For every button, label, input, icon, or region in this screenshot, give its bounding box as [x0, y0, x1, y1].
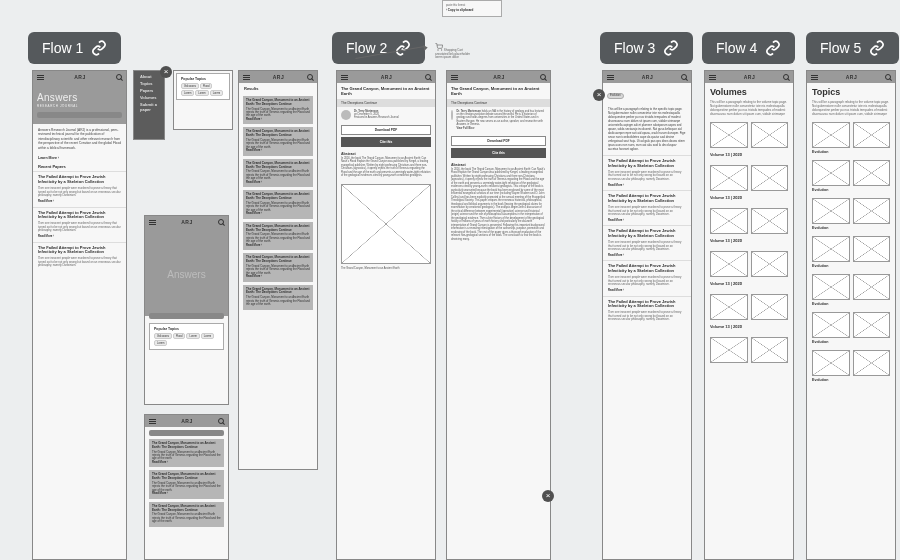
read-more[interactable]: Read More ›	[608, 254, 686, 258]
read-more[interactable]: Read More ›	[246, 149, 310, 152]
thumb[interactable]	[751, 251, 789, 277]
hamburger-icon[interactable]	[607, 75, 614, 80]
topic-label[interactable]: Evolution	[807, 340, 895, 348]
thumb[interactable]	[812, 122, 850, 148]
search-icon[interactable]	[783, 74, 789, 80]
chip[interactable]: Flood	[173, 333, 186, 339]
thumb[interactable]	[751, 294, 789, 320]
view-bio-link[interactable]: View Full Bio ▾	[456, 127, 546, 130]
paper-item[interactable]: The Failed Attempt to Prove Jewish Infec…	[603, 155, 691, 190]
result-item[interactable]: The Grand Canyon, Monument to an Ancient…	[243, 253, 313, 281]
read-more[interactable]: Read More ›	[608, 289, 686, 293]
paper-item[interactable]: The Failed Attempt to Prove Jewish Infec…	[603, 296, 691, 325]
volume-label[interactable]: Volume 13 | 2020	[705, 193, 793, 206]
logo[interactable]: ARJ	[381, 74, 393, 80]
thumb[interactable]	[853, 122, 891, 148]
search-icon[interactable]	[425, 74, 431, 80]
search-icon[interactable]	[307, 74, 313, 80]
close-icon[interactable]: ×	[160, 66, 172, 78]
read-more[interactable]: Read More ›	[246, 181, 310, 184]
paper-item[interactable]: The Failed Attempt to Prove Jewish Infec…	[33, 242, 126, 271]
result-item[interactable]: The Grand Canyon, Monument to an Ancient…	[243, 159, 313, 187]
search-icon[interactable]	[218, 418, 224, 424]
read-more[interactable]: Read More ›	[608, 184, 686, 188]
chip[interactable]: Lorem	[195, 90, 208, 96]
hamburger-icon[interactable]	[149, 419, 156, 424]
search-icon[interactable]	[540, 74, 546, 80]
paper-item[interactable]: The Failed Attempt to Prove Jewish Infec…	[603, 225, 691, 260]
thumb[interactable]	[853, 236, 891, 262]
result-item[interactable]: The Grand Canyon, Monument to an Ancient…	[243, 96, 313, 124]
logo[interactable]: ARJ	[273, 74, 285, 80]
topic-pill[interactable]: Evolution	[607, 93, 624, 99]
topic-label[interactable]: Evolution	[807, 302, 895, 310]
topic-label[interactable]: Evolution	[807, 264, 895, 272]
read-more[interactable]: Read More ›	[38, 200, 121, 204]
read-more[interactable]: Read More ›	[246, 244, 310, 247]
menu-item[interactable]: Topics	[140, 81, 158, 86]
result-item[interactable]: The Grand Canyon, Monument to an Ancient…	[243, 127, 313, 155]
hamburger-icon[interactable]	[811, 75, 818, 80]
flow-tab-4[interactable]: Flow 4	[702, 32, 795, 64]
chip[interactable]: Flood	[200, 83, 213, 89]
download-pdf-button[interactable]: Download PDF	[341, 125, 431, 135]
read-more[interactable]: Read More ›	[608, 219, 686, 223]
volume-label[interactable]: Volume 13 | 2020	[705, 279, 793, 292]
thumb[interactable]	[853, 198, 891, 224]
menu-item[interactable]: About	[140, 74, 158, 79]
result-item[interactable]: The Grand Canyon, Monument to an Ancient…	[243, 190, 313, 218]
thumb[interactable]	[710, 208, 748, 234]
volume-label[interactable]: Volume 13 | 2020	[705, 322, 793, 335]
download-pdf-button[interactable]: Download PDF	[451, 136, 546, 146]
paper-item[interactable]: The Failed Attempt to Prove Jewish Infec…	[603, 260, 691, 295]
search-field[interactable]	[149, 430, 224, 436]
cite-button[interactable]: Cite this	[451, 148, 546, 158]
hero-search[interactable]	[37, 112, 122, 118]
thumb[interactable]	[710, 294, 748, 320]
thumb[interactable]	[812, 312, 850, 338]
menu-item[interactable]: Papers	[140, 88, 158, 93]
thumb[interactable]	[812, 350, 850, 376]
logo[interactable]: ARJ	[642, 74, 654, 80]
hamburger-icon[interactable]	[243, 75, 250, 80]
logo[interactable]: ARJ	[846, 74, 858, 80]
thumb[interactable]	[751, 208, 789, 234]
copy-to-clipboard[interactable]: › Copy to clipboard	[446, 9, 498, 13]
thumb[interactable]	[812, 198, 850, 224]
thumb[interactable]	[710, 122, 748, 148]
search-icon[interactable]	[116, 74, 122, 80]
paper-item[interactable]: The Failed Attempt to Prove Jewish Infec…	[603, 190, 691, 225]
result-item[interactable]: The Grand Canyon, Monument to an Ancient…	[149, 502, 224, 527]
flow-tab-5[interactable]: Flow 5	[806, 32, 899, 64]
thumb[interactable]	[812, 274, 850, 300]
read-more[interactable]: Read More ›	[246, 118, 310, 121]
thumb[interactable]	[710, 251, 748, 277]
result-item[interactable]: The Grand Canyon, Monument to an Ancient…	[243, 222, 313, 250]
hamburger-icon[interactable]	[37, 75, 44, 80]
logo[interactable]: ARJ	[74, 74, 86, 80]
thumb[interactable]	[751, 122, 789, 148]
read-more[interactable]: Read More ›	[38, 235, 121, 239]
thumb[interactable]	[812, 160, 850, 186]
thumb[interactable]	[853, 312, 891, 338]
cite-button[interactable]: Cite this	[341, 137, 431, 147]
hamburger-icon[interactable]	[341, 75, 348, 80]
thumb[interactable]	[710, 165, 748, 191]
thumb[interactable]	[853, 274, 891, 300]
close-icon[interactable]: ×	[542, 490, 554, 502]
thumb[interactable]	[710, 337, 748, 363]
chip[interactable]: Lorem	[154, 340, 167, 346]
read-more[interactable]: Read More ›	[246, 275, 310, 278]
topic-label[interactable]: Evolution	[807, 378, 895, 386]
search-icon[interactable]	[218, 219, 224, 225]
hamburger-icon[interactable]	[709, 75, 716, 80]
thumb[interactable]	[812, 236, 850, 262]
logo[interactable]: ARJ	[181, 418, 193, 424]
thumb[interactable]	[751, 165, 789, 191]
menu-item[interactable]: Volumes	[140, 95, 158, 100]
volume-label[interactable]: Volume 13 | 2020	[705, 236, 793, 249]
logo[interactable]: ARJ	[744, 74, 756, 80]
result-item[interactable]: The Grand Canyon, Monument to an Ancient…	[243, 285, 313, 310]
thumb[interactable]	[853, 350, 891, 376]
search-icon[interactable]	[885, 74, 891, 80]
